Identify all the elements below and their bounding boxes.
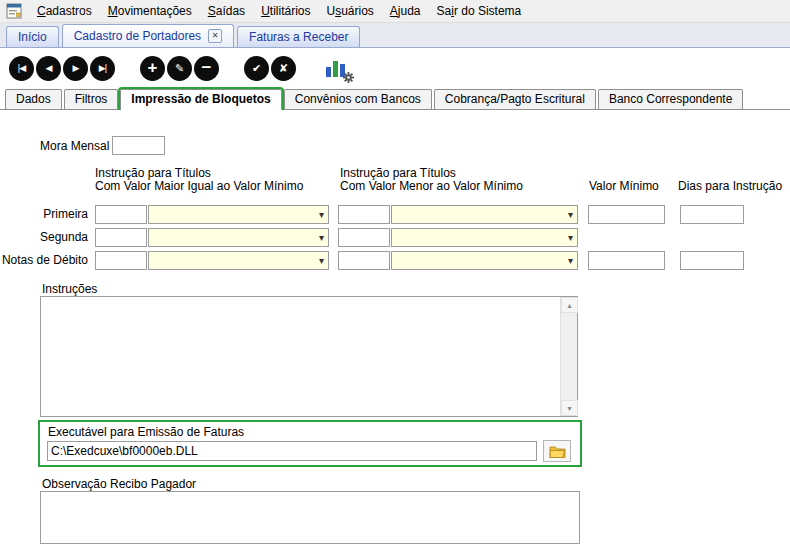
insert-button[interactable]: +: [140, 56, 165, 81]
minus-icon: −: [202, 59, 212, 76]
tab-cadastro-de-portadores[interactable]: Cadastro de Portadores ✕: [62, 24, 234, 47]
tab-inicio[interactable]: Início: [6, 26, 59, 47]
chevron-down-icon: ▾: [319, 231, 324, 244]
menu-item-saidas[interactable]: Saídas: [200, 1, 253, 21]
first-record-icon: |◀: [18, 64, 25, 73]
page-tab-convenios-com-bancos[interactable]: Convênios com Bancos: [284, 89, 432, 109]
primeira-instrucao-menor-select[interactable]: ▾: [391, 205, 578, 224]
chevron-down-icon: ▾: [319, 208, 324, 221]
executavel-label: Executável para Emissão de Faturas: [48, 425, 244, 439]
close-icon[interactable]: ✕: [208, 29, 222, 43]
primeira-codigo-menor-input[interactable]: [338, 205, 390, 224]
segunda-codigo-maior-input[interactable]: [95, 228, 147, 247]
open-folder-icon: [549, 445, 566, 458]
gear-icon: [343, 72, 354, 83]
next-record-icon: ▶: [73, 64, 79, 73]
notas-instrucao-menor-select[interactable]: ▾: [391, 251, 578, 270]
delete-button[interactable]: −: [194, 56, 219, 81]
check-icon: ✔: [252, 63, 261, 74]
maior-group-subtitle: Com Valor Maior Igual ao Valor Mínimo: [95, 179, 303, 193]
chevron-down-icon: ▾: [319, 254, 324, 267]
cancel-button[interactable]: ✘: [271, 56, 296, 81]
primeira-codigo-maior-input[interactable]: [95, 205, 147, 224]
primeira-dias-instrucao-input[interactable]: [680, 205, 744, 224]
toolbar: |◀ ◀ ▶ ▶| + ✎ − ✔ ✘: [0, 48, 790, 89]
menu-item-ajuda[interactable]: Ajuda: [382, 1, 429, 21]
row-label-notas-de-debito: Notas de Débito: [0, 253, 88, 267]
notas-codigo-maior-input[interactable]: [95, 251, 147, 270]
plus-icon: +: [148, 59, 158, 76]
chevron-down-icon: ▾: [568, 208, 573, 221]
menu-item-utilitarios[interactable]: Utilitários: [253, 1, 318, 21]
menor-group-title: Instrução para Títulos: [340, 166, 456, 180]
prior-record-button[interactable]: ◀: [36, 56, 61, 81]
segunda-codigo-menor-input[interactable]: [338, 228, 390, 247]
mora-mensal-input[interactable]: [112, 136, 165, 155]
chevron-down-icon: ▾: [568, 231, 573, 244]
primeira-instrucao-maior-select[interactable]: ▾: [148, 205, 329, 224]
edit-button[interactable]: ✎: [167, 56, 192, 81]
last-record-button[interactable]: ▶|: [90, 56, 115, 81]
notas-dias-instrucao-input[interactable]: [680, 251, 744, 270]
form-content: Mora Mensal (%) Instrução para Títulos C…: [0, 110, 790, 555]
notas-codigo-menor-input[interactable]: [338, 251, 390, 270]
menu-item-sair-do-sistema[interactable]: Sair do Sistema: [429, 1, 530, 21]
browse-button[interactable]: [543, 440, 571, 462]
valor-minimo-header: Valor Mínimo: [589, 179, 659, 193]
tab-inicio-label: Início: [18, 30, 47, 44]
menu-item-movimentacoes[interactable]: Movimentações: [100, 1, 200, 21]
observacao-textarea[interactable]: [40, 491, 580, 544]
page-tab-banco-correspondente[interactable]: Banco Correspondente: [598, 89, 743, 109]
segunda-instrucao-maior-select[interactable]: ▾: [148, 228, 329, 247]
notas-instrucao-maior-select[interactable]: ▾: [148, 251, 329, 270]
instrucoes-label: Instruções: [42, 282, 97, 296]
report-chart-button[interactable]: [323, 55, 353, 82]
next-record-button[interactable]: ▶: [63, 56, 88, 81]
scroll-down-icon[interactable]: ▼: [561, 400, 578, 416]
x-icon: ✘: [279, 63, 288, 74]
primeira-valor-minimo-input[interactable]: [588, 205, 665, 224]
page-tab-impressao-de-bloquetos[interactable]: Impressão de Bloquetos: [120, 89, 281, 110]
page-tab-dados[interactable]: Dados: [5, 89, 62, 109]
app-icon: [6, 3, 22, 19]
page-tab-filtros[interactable]: Filtros: [64, 89, 119, 109]
vertical-scrollbar[interactable]: ▲ ▼: [560, 297, 577, 416]
scroll-up-icon[interactable]: ▲: [561, 297, 578, 313]
menu-bar: Cadastros Movimentações Saídas Utilitári…: [0, 0, 790, 23]
row-label-primeira: Primeira: [0, 207, 88, 221]
last-record-icon: ▶|: [99, 64, 106, 73]
tab-cadastro-de-portadores-label: Cadastro de Portadores: [74, 29, 201, 43]
menu-item-cadastros[interactable]: Cadastros: [29, 1, 100, 21]
tab-faturas-a-receber[interactable]: Faturas a Receber: [237, 26, 360, 47]
executavel-group-highlight: Executável para Emissão de Faturas: [38, 420, 582, 467]
prior-record-icon: ◀: [46, 64, 52, 73]
executavel-path-input[interactable]: [47, 441, 537, 461]
chevron-down-icon: ▾: [568, 254, 573, 267]
notas-valor-minimo-input[interactable]: [588, 251, 665, 270]
dias-instrucao-header: Dias para Instrução: [678, 179, 782, 193]
page-tab-strip: Dados Filtros Impressão de Bloquetos Con…: [0, 89, 790, 110]
page-tab-cobranca-pagto-escritural[interactable]: Cobrança/Pagto Escritural: [434, 89, 596, 109]
window-tab-strip: Início Cadastro de Portadores ✕ Faturas …: [0, 23, 790, 48]
maior-group-title: Instrução para Títulos: [95, 166, 211, 180]
bar-chart-icon: [326, 67, 331, 77]
first-record-button[interactable]: |◀: [9, 56, 34, 81]
menor-group-subtitle: Com Valor Menor ao Valor Mínimo: [340, 179, 523, 193]
segunda-instrucao-menor-select[interactable]: ▾: [391, 228, 578, 247]
confirm-button[interactable]: ✔: [244, 56, 269, 81]
pencil-icon: ✎: [175, 63, 184, 74]
row-label-segunda: Segunda: [0, 230, 88, 244]
instrucoes-textarea[interactable]: ▲ ▼: [40, 296, 578, 417]
observacao-label: Observação Recibo Pagador: [42, 477, 196, 491]
menu-item-usuarios[interactable]: Usuários: [318, 1, 381, 21]
tab-faturas-a-receber-label: Faturas a Receber: [249, 30, 348, 44]
